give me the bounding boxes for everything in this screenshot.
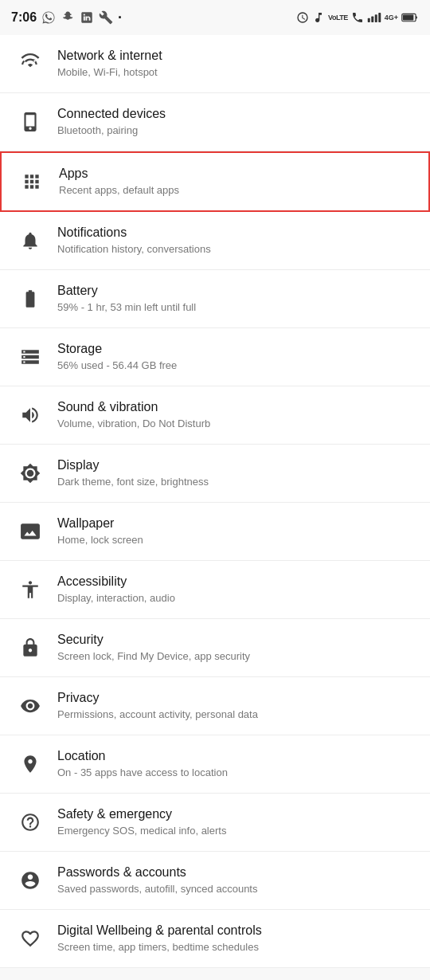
svg-rect-0 — [367, 18, 369, 22]
dot-indicator: · — [118, 10, 122, 26]
snapchat-icon — [61, 10, 75, 25]
passwords-text: Passwords & accounts Saved passwords, au… — [57, 864, 257, 896]
notifications-text: Notifications Notification history, conv… — [57, 225, 211, 257]
accessibility-text: Accessibility Display, interaction, audi… — [57, 574, 175, 606]
wellbeing-text: Digital Wellbeing & parental controls Sc… — [57, 923, 262, 955]
alarm-icon — [296, 11, 309, 24]
sound-icon — [13, 398, 48, 433]
connected-icon — [13, 104, 48, 139]
settings-item-connected[interactable]: Connected devices Bluetooth, pairing — [0, 93, 430, 151]
privacy-title: Privacy — [57, 690, 258, 707]
wallpaper-title: Wallpaper — [57, 515, 143, 532]
battery-title: Battery — [57, 283, 196, 300]
safety-title: Safety & emergency — [57, 806, 226, 823]
network-subtitle: Mobile, Wi-Fi, hotspot — [57, 66, 162, 80]
location-icon — [13, 747, 48, 782]
storage-subtitle: 56% used - 56.44 GB free — [57, 359, 177, 373]
status-bar: 7:06 · VoLTE 4G+ — [0, 0, 430, 35]
settings-list: Network & internet Mobile, Wi-Fi, hotspo… — [0, 35, 430, 968]
location-subtitle: On - 35 apps have access to location — [57, 766, 228, 780]
apps-icon — [14, 164, 49, 199]
settings-item-location[interactable]: Location On - 35 apps have access to loc… — [0, 735, 430, 794]
security-icon — [13, 630, 48, 665]
status-bar-left: 7:06 · — [11, 10, 122, 26]
signal-icon — [367, 11, 381, 24]
settings-item-privacy[interactable]: Privacy Permissions, account activity, p… — [0, 677, 430, 735]
settings-item-notifications[interactable]: Notifications Notification history, conv… — [0, 212, 430, 270]
security-title: Security — [57, 632, 250, 649]
settings-item-network[interactable]: Network & internet Mobile, Wi-Fi, hotspo… — [0, 35, 430, 93]
display-text: Display Dark theme, font size, brightnes… — [57, 457, 209, 489]
tools-icon — [99, 10, 113, 25]
connected-title: Connected devices — [57, 106, 166, 123]
settings-item-display[interactable]: Display Dark theme, font size, brightnes… — [0, 445, 430, 503]
notifications-title: Notifications — [57, 225, 211, 241]
battery-icon — [401, 12, 419, 23]
settings-item-accessibility[interactable]: Accessibility Display, interaction, audi… — [0, 561, 430, 619]
battery-setting-icon — [13, 281, 48, 316]
connected-subtitle: Bluetooth, pairing — [57, 124, 166, 138]
settings-item-battery[interactable]: Battery 59% - 1 hr, 53 min left until fu… — [0, 270, 430, 328]
clock: 7:06 — [11, 10, 37, 25]
accessibility-subtitle: Display, interaction, audio — [57, 592, 175, 606]
passwords-subtitle: Saved passwords, autofill, synced accoun… — [57, 883, 257, 896]
passwords-title: Passwords & accounts — [57, 864, 257, 881]
dolby-icon — [312, 11, 325, 24]
privacy-text: Privacy Permissions, account activity, p… — [57, 690, 258, 722]
passwords-icon — [13, 863, 48, 898]
svg-rect-2 — [374, 14, 377, 22]
display-subtitle: Dark theme, font size, brightness — [57, 476, 209, 489]
network-text: Network & internet Mobile, Wi-Fi, hotspo… — [57, 48, 162, 80]
storage-title: Storage — [57, 341, 177, 358]
settings-item-wellbeing[interactable]: Digital Wellbeing & parental controls Sc… — [0, 910, 430, 968]
network-title: Network & internet — [57, 48, 162, 65]
volte-icon: VoLTE — [328, 14, 348, 22]
connected-text: Connected devices Bluetooth, pairing — [57, 106, 166, 138]
settings-item-storage[interactable]: Storage 56% used - 56.44 GB free — [0, 328, 430, 386]
svg-rect-5 — [403, 14, 413, 20]
apps-subtitle: Recent apps, default apps — [59, 184, 179, 198]
settings-item-sound[interactable]: Sound & vibration Volume, vibration, Do … — [0, 386, 430, 445]
settings-item-apps[interactable]: Apps Recent apps, default apps — [0, 151, 430, 212]
location-title: Location — [57, 748, 228, 765]
status-bar-right: VoLTE 4G+ — [296, 11, 419, 24]
safety-icon — [13, 805, 48, 840]
accessibility-icon — [13, 572, 48, 607]
accessibility-title: Accessibility — [57, 574, 175, 590]
notifications-icon — [13, 223, 48, 258]
notifications-subtitle: Notification history, conversations — [57, 243, 211, 257]
privacy-icon — [13, 688, 48, 723]
linkedin-icon — [80, 10, 94, 25]
svg-rect-1 — [371, 17, 373, 23]
apps-text: Apps Recent apps, default apps — [59, 166, 179, 198]
wallpaper-subtitle: Home, lock screen — [57, 534, 143, 547]
svg-rect-3 — [378, 13, 381, 22]
safety-text: Safety & emergency Emergency SOS, medica… — [57, 806, 226, 838]
sound-title: Sound & vibration — [57, 399, 210, 416]
wallpaper-text: Wallpaper Home, lock screen — [57, 515, 143, 547]
security-subtitle: Screen lock, Find My Device, app securit… — [57, 650, 250, 664]
settings-item-safety[interactable]: Safety & emergency Emergency SOS, medica… — [0, 794, 430, 852]
whatsapp-icon — [41, 10, 56, 25]
settings-item-security[interactable]: Security Screen lock, Find My Device, ap… — [0, 619, 430, 677]
location-text: Location On - 35 apps have access to loc… — [57, 748, 228, 780]
wellbeing-icon — [13, 921, 48, 956]
calls-icon — [351, 11, 364, 24]
battery-subtitle: 59% - 1 hr, 53 min left until full — [57, 301, 196, 315]
4g-icon: 4G+ — [385, 14, 398, 22]
privacy-subtitle: Permissions, account activity, personal … — [57, 708, 258, 722]
wellbeing-subtitle: Screen time, app timers, bedtime schedul… — [57, 941, 262, 955]
wellbeing-title: Digital Wellbeing & parental controls — [57, 923, 262, 939]
network-icon — [13, 46, 48, 81]
storage-icon — [13, 339, 48, 374]
wallpaper-icon — [13, 514, 48, 549]
battery-text: Battery 59% - 1 hr, 53 min left until fu… — [57, 283, 196, 315]
security-text: Security Screen lock, Find My Device, ap… — [57, 632, 250, 664]
settings-item-passwords[interactable]: Passwords & accounts Saved passwords, au… — [0, 852, 430, 910]
display-title: Display — [57, 457, 209, 474]
safety-subtitle: Emergency SOS, medical info, alerts — [57, 825, 226, 838]
storage-text: Storage 56% used - 56.44 GB free — [57, 341, 177, 373]
settings-item-wallpaper[interactable]: Wallpaper Home, lock screen — [0, 503, 430, 561]
display-icon — [13, 456, 48, 491]
apps-title: Apps — [59, 166, 179, 182]
